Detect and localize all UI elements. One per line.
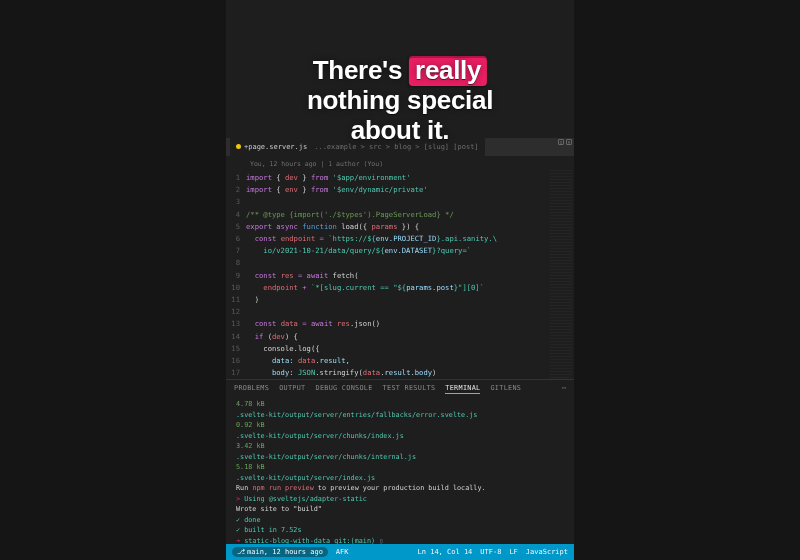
code-line[interactable]: 11 ) — [226, 294, 546, 306]
code-line[interactable]: 6 const endpoint = `https://${env.PROJEC… — [226, 233, 546, 245]
tab-filename: +page.server.js — [244, 143, 307, 151]
encoding[interactable]: UTF-8 — [480, 548, 501, 556]
terminal-line: .svelte-kit/output/server/entries/fallba… — [236, 410, 566, 421]
eol[interactable]: LF — [509, 548, 517, 556]
code-editor[interactable]: You, 12 hours ago | 1 author (You) 1impo… — [226, 156, 574, 380]
code-line[interactable]: 15 console.log({ — [226, 343, 546, 355]
line-number: 13 — [226, 318, 246, 330]
code-line[interactable]: 5export async function load({ params }) … — [226, 221, 546, 233]
caption-line-1a: There's — [313, 55, 409, 85]
language-mode[interactable]: JavaScript — [526, 548, 568, 556]
panel-tab-problems[interactable]: PROBLEMS — [234, 384, 269, 394]
line-number: 8 — [226, 257, 246, 269]
js-file-icon — [236, 144, 241, 149]
line-number: 1 — [226, 172, 246, 184]
terminal-line: 4.78 kB — [236, 399, 566, 410]
line-number: 4 — [226, 209, 246, 221]
minimap[interactable] — [550, 170, 572, 380]
caption-line-3: about it. — [351, 115, 449, 145]
line-number: 6 — [226, 233, 246, 245]
line-number: 15 — [226, 343, 246, 355]
code-line[interactable]: 14 if (dev) { — [226, 331, 546, 343]
terminal-line: .svelte-kit/output/server/chunks/index.j… — [236, 431, 566, 442]
code-line[interactable]: 12 — [226, 306, 546, 318]
tab-controls: ▯ × — [558, 139, 572, 145]
line-number: 17 — [226, 367, 246, 379]
terminal-line: Run npm run preview to preview your prod… — [236, 483, 566, 494]
panel-overflow-icon[interactable]: ⋯ — [562, 384, 566, 394]
panel-tab-test-results[interactable]: TEST RESULTS — [383, 384, 436, 394]
panel-tab-bar: PROBLEMSOUTPUTDEBUG CONSOLETEST RESULTST… — [226, 379, 574, 397]
panel-tab-gitlens[interactable]: GITLENS — [490, 384, 521, 394]
terminal-line: > Using @sveltejs/adapter-static — [236, 494, 566, 505]
terminal-line: ✓ done — [236, 515, 566, 526]
code-line[interactable]: 2import { env } from '$env/dynamic/priva… — [226, 184, 546, 196]
split-icon[interactable]: ▯ — [558, 139, 564, 145]
video-caption: There's really nothing special about it. — [307, 56, 493, 146]
gitlens-blame: You, 12 hours ago | 1 author (You) — [226, 156, 546, 172]
caption-highlight: really — [409, 56, 487, 86]
terminal-line: ➜ static-blog-with-data git:(main) ▯ — [236, 536, 566, 544]
line-number: 10 — [226, 282, 246, 294]
code-line[interactable]: 7 io/v2021-10-21/data/query/${env.DATASE… — [226, 245, 546, 257]
close-icon[interactable]: × — [566, 139, 572, 145]
status-bar: ⎇ main, 12 hours ago AFK Ln 14, Col 14 U… — [226, 544, 574, 560]
code-line[interactable]: 10 endpoint + `*[slug.current == "${para… — [226, 282, 546, 294]
line-number: 12 — [226, 306, 246, 318]
panel-tab-output[interactable]: OUTPUT — [279, 384, 305, 394]
git-branch-status[interactable]: ⎇ main, 12 hours ago — [232, 547, 328, 557]
code-line[interactable]: 17 body: JSON.stringify(data.result.body… — [226, 367, 546, 379]
branch-text: main, 12 hours ago — [247, 548, 323, 556]
line-number: 14 — [226, 331, 246, 343]
terminal-line: Wrote site to "build" — [236, 504, 566, 515]
terminal-line: .svelte-kit/output/server/chunks/interna… — [236, 452, 566, 463]
code-line[interactable]: 3 — [226, 196, 546, 208]
panel-tab-terminal[interactable]: TERMINAL — [445, 384, 480, 394]
panel-tab-debug-console[interactable]: DEBUG CONSOLE — [316, 384, 373, 394]
terminal-line: 0.92 kB — [236, 420, 566, 431]
line-number: 16 — [226, 355, 246, 367]
line-number: 7 — [226, 245, 246, 257]
terminal-line: .svelte-kit/output/server/index.js — [236, 473, 566, 484]
caption-line-2: nothing special — [307, 85, 493, 115]
terminal-line: ✓ built in 7.52s — [236, 525, 566, 536]
code-line[interactable]: 1import { dev } from '$app/environment' — [226, 172, 546, 184]
terminal-line: 3.42 kB — [236, 441, 566, 452]
cursor-position[interactable]: Ln 14, Col 14 — [418, 548, 473, 556]
branch-icon: ⎇ — [237, 548, 245, 556]
line-number: 3 — [226, 196, 246, 208]
line-number: 11 — [226, 294, 246, 306]
code-line[interactable]: 9 const res = await fetch( — [226, 270, 546, 282]
line-number: 9 — [226, 270, 246, 282]
code-line[interactable]: 8 — [226, 257, 546, 269]
terminal-line: 5.18 kB — [236, 462, 566, 473]
code-line[interactable]: 13 const data = await res.json() — [226, 318, 546, 330]
line-number: 2 — [226, 184, 246, 196]
afk-status: AFK — [336, 548, 349, 556]
terminal-panel[interactable]: 4.78 kB.svelte-kit/output/server/entries… — [226, 397, 574, 544]
line-number: 5 — [226, 221, 246, 233]
code-line[interactable]: 4/** @type {import('./$types').PageServe… — [226, 209, 546, 221]
code-line[interactable]: 16 data: data.result, — [226, 355, 546, 367]
